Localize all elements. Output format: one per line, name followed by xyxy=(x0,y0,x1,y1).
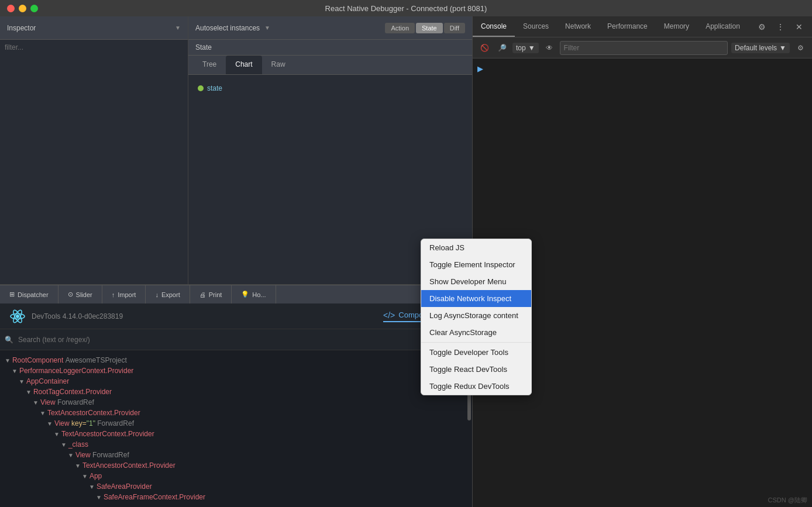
tree-item[interactable]: ▼ SafeAreaProvider xyxy=(0,481,472,492)
components-icon: </> xyxy=(383,311,395,320)
more-action-icon[interactable]: ⋮ xyxy=(772,19,789,35)
export-icon: ↓ xyxy=(155,291,159,298)
tree-item[interactable]: ▼ View key="1" ForwardRef xyxy=(0,418,472,429)
tree-item[interactable]: ▼ RootTagContext.Provider xyxy=(0,387,472,397)
nav-tab-application[interactable]: Application xyxy=(697,16,748,37)
diff-button[interactable]: Diff xyxy=(444,23,465,33)
menu-item-toggle-redux-devtools[interactable]: Toggle Redux DevTools xyxy=(421,378,531,395)
menu-item-disable-network[interactable]: Disable Network Inspect xyxy=(421,290,531,307)
arrow-icon: ▼ xyxy=(89,484,95,490)
arrow-icon: ▼ xyxy=(54,431,60,437)
tree-item[interactable]: ▼ RootComponent AwesomeTSProject xyxy=(0,355,472,365)
import-label: Import xyxy=(118,291,136,298)
menu-item-reload-js[interactable]: Reload JS xyxy=(421,239,531,256)
search-input[interactable] xyxy=(18,336,456,344)
level-selector[interactable]: Default levels ▼ xyxy=(731,43,790,53)
close-button[interactable] xyxy=(7,5,15,12)
menu-item-log-async[interactable]: Log AsyncStorage content xyxy=(421,307,531,324)
react-icon xyxy=(9,308,26,325)
action-button[interactable]: Action xyxy=(385,23,415,33)
context-dropdown-icon: ▼ xyxy=(528,44,535,52)
inspector-filter-container xyxy=(0,40,188,55)
inspector-filter-input[interactable] xyxy=(5,43,183,51)
arrow-icon: ▼ xyxy=(40,410,46,416)
console-toolbar: 🚫 🔎 top ▼ 👁 Default levels ▼ ⚙ xyxy=(473,37,812,58)
filter-toggle-button[interactable]: 🔎 xyxy=(495,41,509,55)
more-label: Ho... xyxy=(252,291,266,298)
menu-item-toggle-devtools[interactable]: Toggle Developer Tools xyxy=(421,344,531,361)
filter-input[interactable] xyxy=(560,41,728,55)
svg-point-0 xyxy=(16,315,19,318)
dispatcher-label: Dispatcher xyxy=(18,291,49,298)
autoselect-dropdown-icon[interactable]: ▼ xyxy=(264,25,270,31)
devtools-logo: DevTools 4.14.0-d0ec283819 xyxy=(9,308,123,325)
devtools-bottom: DevTools 4.14.0-d0ec283819 </> Component… xyxy=(0,303,472,507)
devtools-header: DevTools 4.14.0-d0ec283819 </> Component… xyxy=(0,303,472,329)
menu-item-clear-async[interactable]: Clear AsyncStorage xyxy=(421,324,531,341)
settings-action-icon[interactable]: ⚙ xyxy=(753,19,770,35)
arrow-icon: ▼ xyxy=(26,389,32,395)
devtools-topbar: Console Sources Network Performance Memo… xyxy=(473,16,812,37)
nav-tab-network[interactable]: Network xyxy=(557,16,599,37)
devtools-version: DevTools 4.14.0-d0ec283819 xyxy=(32,312,123,320)
tree-item[interactable]: ▼ SafeAreaFrameContext.Provider xyxy=(0,492,472,502)
menu-separator xyxy=(421,342,531,343)
search-icon: 🔍 xyxy=(5,336,13,344)
inspector-title: Inspector xyxy=(7,24,36,32)
arrow-icon: ▼ xyxy=(19,378,25,385)
tree-item[interactable]: ▼ PerformanceLoggerContext.Provider xyxy=(0,365,472,376)
arrow-icon: ▼ xyxy=(5,357,11,364)
arrow-icon: ▼ xyxy=(33,399,39,406)
print-button[interactable]: 🖨 Print xyxy=(190,285,232,303)
state-node-label: state xyxy=(207,84,222,92)
watermark: CSDN @陆卿 xyxy=(768,496,807,505)
nav-tab-console[interactable]: Console xyxy=(473,16,515,37)
nav-tab-memory[interactable]: Memory xyxy=(656,16,697,37)
menu-item-toggle-react-devtools[interactable]: Toggle React DevTools xyxy=(421,361,531,378)
tree-item[interactable]: ▼ View ForwardRef xyxy=(0,450,472,460)
slider-button[interactable]: ⊙ Slider xyxy=(59,285,102,303)
context-menu: Reload JS Toggle Element Inspector Show … xyxy=(421,239,532,395)
context-value: top xyxy=(516,44,526,52)
tab-tree[interactable]: Tree xyxy=(193,56,226,74)
close-action-icon[interactable]: ✕ xyxy=(791,19,807,35)
inspector-dropdown-icon[interactable]: ▼ xyxy=(175,25,181,31)
tree-item[interactable]: ▼ View ForwardRef xyxy=(0,397,472,408)
menu-item-toggle-inspector[interactable]: Toggle Element Inspector xyxy=(421,256,531,273)
export-button[interactable]: ↓ Export xyxy=(146,285,190,303)
context-selector[interactable]: top ▼ xyxy=(512,43,539,53)
left-top: Inspector ▼ Autoselect instances ▼ Actio… xyxy=(0,16,472,285)
menu-item-developer-menu[interactable]: Show Developer Menu xyxy=(421,273,531,290)
tree-item[interactable]: ▼ TextAncestorContext.Provider xyxy=(0,460,472,471)
tree-item[interactable]: ▼ AppContainer xyxy=(0,376,472,387)
state-buttons: Action State Diff xyxy=(385,23,465,33)
state-label: State xyxy=(195,43,212,51)
preserve-log-button[interactable]: 👁 xyxy=(542,41,556,55)
tree-item[interactable]: ▼ _class xyxy=(0,439,472,450)
tree-item[interactable]: ▼ TextAncestorContext.Provider xyxy=(0,429,472,439)
tree-item[interactable]: ▼ App xyxy=(0,471,472,481)
import-icon: ↑ xyxy=(112,291,115,298)
maximize-button[interactable] xyxy=(30,5,38,12)
traffic-lights xyxy=(7,5,38,12)
tab-raw[interactable]: Raw xyxy=(262,56,295,74)
clear-console-button[interactable]: 🚫 xyxy=(477,41,491,55)
console-settings-icon[interactable]: ⚙ xyxy=(793,41,807,55)
export-label: Export xyxy=(161,291,180,298)
state-button[interactable]: State xyxy=(416,23,443,33)
bottom-toolbar: ⊞ Dispatcher ⊙ Slider ↑ Import ↓ Export … xyxy=(0,285,472,303)
tabs-bar: Tree Chart Raw xyxy=(188,56,472,75)
minimize-button[interactable] xyxy=(19,5,26,12)
tab-chart[interactable]: Chart xyxy=(226,56,262,74)
devtools-nav-tabs: Console Sources Network Performance Memo… xyxy=(473,16,748,37)
arrow-icon: ▼ xyxy=(96,494,102,501)
dispatcher-button[interactable]: ⊞ Dispatcher xyxy=(0,285,59,303)
dispatcher-icon: ⊞ xyxy=(9,291,15,298)
nav-tab-sources[interactable]: Sources xyxy=(515,16,557,37)
level-dropdown-icon: ▼ xyxy=(779,44,786,52)
main-layout: Inspector ▼ Autoselect instances ▼ Actio… xyxy=(0,16,812,507)
more-button[interactable]: 💡 Ho... xyxy=(232,285,276,303)
tree-item[interactable]: ▼ TextAncestorContext.Provider xyxy=(0,408,472,418)
import-button[interactable]: ↑ Import xyxy=(102,285,146,303)
nav-tab-performance[interactable]: Performance xyxy=(599,16,656,37)
